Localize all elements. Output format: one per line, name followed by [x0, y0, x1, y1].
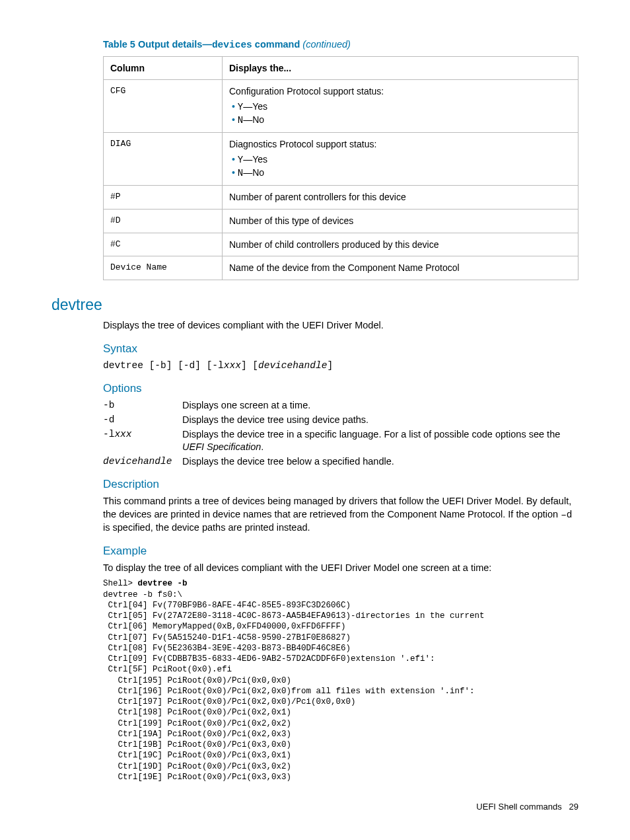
syntax-cmd: devtree: [103, 360, 143, 371]
cell-desc: Number of child controllers produced by …: [223, 233, 578, 256]
th-column: Column: [104, 56, 223, 80]
heading-example: Example: [103, 544, 578, 559]
cell-column: #C: [104, 233, 223, 256]
option-row: -bDisplays one screen at a time.: [103, 399, 578, 412]
section-heading-devtree: devtree: [52, 295, 578, 315]
caption-suffix: command: [252, 39, 303, 50]
cell-list: Y—YesN—No: [232, 153, 571, 180]
table-row: CFGConfiguration Protocol support status…: [104, 80, 578, 133]
caption-prefix: Table 5 Output details—: [103, 39, 212, 50]
page-footer: UEFI Shell commands 29: [52, 801, 578, 813]
list-item: Y—Yes: [232, 100, 571, 114]
list-item: N—No: [232, 114, 571, 127]
syntax-p1: [-d]: [178, 360, 201, 371]
cell-column: #D: [104, 209, 223, 233]
list-item: N—No: [232, 167, 571, 180]
table-row: #DNumber of this type of devices: [104, 209, 578, 233]
cell-column: #P: [104, 185, 223, 209]
option-desc: Displays the device tree in a specific l…: [182, 428, 578, 454]
heading-options: Options: [103, 381, 578, 397]
option-key: -lxxx: [103, 428, 182, 454]
caption-continued: (continued): [302, 39, 351, 50]
heading-description: Description: [103, 477, 578, 492]
syntax-p7: ]: [327, 360, 333, 371]
list-item: Y—Yes: [232, 153, 571, 167]
option-row: devicehandleDisplays the device tree bel…: [103, 455, 578, 469]
option-desc: Displays the device tree using device pa…: [182, 414, 578, 427]
cell-column: CFG: [104, 80, 223, 133]
cell-column: Device Name: [104, 256, 223, 280]
table-row: #PNumber of parent controllers for this …: [104, 185, 578, 209]
heading-syntax: Syntax: [103, 342, 578, 357]
example-code: Shell> devtree -b devtree -b fs0:\ Ctrl[…: [103, 578, 578, 783]
cell-desc: Diagnostics Protocol support status:Y—Ye…: [223, 133, 578, 186]
output-details-table: Column Displays the... CFGConfiguration …: [103, 56, 578, 281]
description-text: This command prints a tree of devices be…: [103, 495, 578, 535]
table-row: #CNumber of child controllers produced b…: [104, 233, 578, 256]
cell-desc: Configuration Protocol support status:Y—…: [223, 80, 578, 133]
footer-page: 29: [569, 802, 578, 812]
cell-desc: Number of this type of devices: [223, 209, 578, 233]
syntax-p4: ]: [241, 360, 247, 371]
syntax-p6: devicehandle: [258, 360, 327, 371]
option-desc: Displays the device tree below a specifi…: [182, 455, 578, 469]
syntax-line: devtree [-b] [-d] [-lxxx] [devicehandle]: [103, 360, 578, 373]
cell-column: DIAG: [104, 133, 223, 186]
syntax-p2: [-l: [207, 360, 224, 371]
option-key: -d: [103, 414, 182, 427]
th-displays: Displays the...: [223, 56, 578, 80]
desc-opt: –d: [561, 510, 572, 520]
table-row: Device NameName of the device from the C…: [104, 256, 578, 280]
desc-post: is specified, the device paths are print…: [103, 522, 310, 533]
table-caption: Table 5 Output details—devices command (…: [103, 38, 578, 52]
footer-text: UEFI Shell commands: [476, 802, 561, 812]
option-row: -lxxxDisplays the device tree in a speci…: [103, 428, 578, 454]
example-intro: To display the tree of all devices compl…: [103, 562, 578, 575]
option-key: -b: [103, 399, 182, 412]
option-row: -dDisplays the device tree using device …: [103, 414, 578, 427]
table-row: DIAGDiagnostics Protocol support status:…: [104, 133, 578, 186]
cell-list: Y—YesN—No: [232, 100, 571, 127]
caption-cmd: devices: [212, 40, 252, 50]
syntax-p0: [-b]: [149, 360, 172, 371]
cell-desc: Number of parent controllers for this de…: [223, 185, 578, 209]
option-key: devicehandle: [103, 455, 182, 469]
cell-desc: Name of the device from the Component Na…: [223, 256, 578, 280]
option-desc: Displays one screen at a time.: [182, 399, 578, 412]
intro-text: Displays the tree of devices compliant w…: [103, 319, 578, 332]
syntax-p3: xxx: [224, 360, 241, 371]
syntax-p5: [: [252, 360, 258, 371]
desc-pre: This command prints a tree of devices be…: [103, 496, 571, 519]
